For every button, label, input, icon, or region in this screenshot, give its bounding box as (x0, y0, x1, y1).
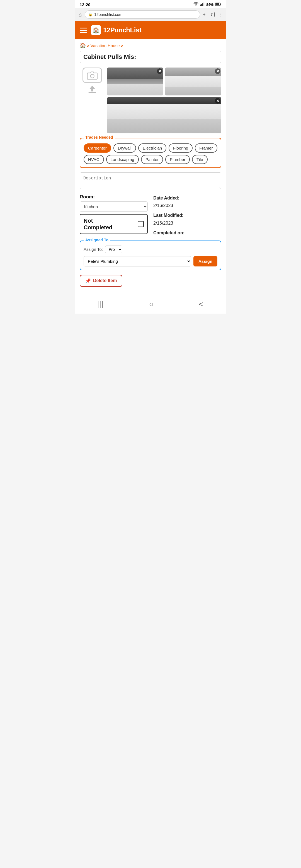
trades-label: Trades Needed (83, 135, 115, 140)
trade-badge-flooring[interactable]: Flooring (169, 144, 193, 153)
tab-count[interactable]: 7 (209, 12, 214, 17)
assign-button[interactable]: Assign (193, 256, 218, 267)
meta-row: Room: KitchenBathroomBedroomLiving RoomG… (80, 194, 221, 237)
trades-section: Trades Needed CarpenterDrywallElectricia… (80, 138, 221, 168)
more-icon[interactable]: ⋮ (218, 12, 223, 17)
app-header: 🏠 12PunchList (75, 21, 226, 39)
pin-icon: 📌 (85, 278, 91, 283)
photo-remove-3[interactable]: ✕ (215, 98, 221, 103)
svg-point-7 (90, 74, 94, 78)
trade-badge-hvac[interactable]: HVAC (83, 155, 104, 164)
breadcrumb-vacation-house[interactable]: Vacation House (91, 43, 120, 48)
date-added-row: Date Added: 2/16/2023 (153, 194, 221, 209)
url-text: 12punchlist.com (94, 12, 122, 17)
status-icons: 84% (193, 2, 221, 7)
trade-badge-electrician[interactable]: Electrician (138, 144, 166, 153)
browser-home-icon[interactable]: ⌂ (78, 11, 82, 18)
assign-to-text: Assign To: (83, 247, 103, 252)
photo-thumbnail-3 (107, 97, 221, 133)
assigned-to-label: Assigned To (83, 238, 110, 242)
trade-badge-tile[interactable]: Tile (192, 155, 208, 164)
last-modified-value: 2/16/2023 (153, 221, 173, 225)
svg-rect-1 (201, 4, 202, 6)
last-modified-row: Last Modified: 2/16/2023 (153, 212, 221, 226)
delete-item-button[interactable]: 📌 Delete Item (80, 275, 122, 287)
contractor-select[interactable]: Pete's Plumbing (83, 256, 191, 267)
trades-grid: CarpenterDrywallElectricianFlooringFrame… (83, 144, 218, 164)
logo-icon: 🏠 (91, 25, 101, 35)
svg-rect-6 (215, 3, 219, 5)
bottom-nav: ||| ○ < (75, 296, 226, 314)
item-title-input[interactable] (80, 51, 221, 63)
date-added-value: 2/16/2023 (153, 203, 173, 208)
photos-section: ✕ ✕ ✕ (80, 67, 221, 133)
breadcrumb: 🏠 > Vacation House > (80, 42, 221, 49)
breadcrumb-home-icon[interactable]: 🏠 (80, 42, 86, 49)
svg-rect-2 (202, 3, 203, 6)
completed-on-label: Completed on: (153, 230, 185, 235)
status-bar: 12:20 84% (75, 0, 226, 8)
trade-badge-carpenter[interactable]: Carpenter (83, 144, 111, 153)
lock-icon: 🔒 (88, 12, 93, 17)
url-bar[interactable]: 🔒 12punchlist.com (85, 10, 200, 19)
svg-rect-3 (203, 2, 204, 6)
plus-icon[interactable]: + (203, 12, 205, 17)
room-label: Room: (80, 194, 148, 200)
photo-remove-1[interactable]: ✕ (157, 68, 163, 74)
photo-item-2: ✕ (165, 67, 221, 95)
trade-badge-framer[interactable]: Framer (195, 144, 217, 153)
nav-menu-icon[interactable]: ||| (92, 299, 109, 310)
last-modified-label: Last Modified: (153, 213, 183, 218)
svg-rect-5 (221, 4, 221, 5)
svg-marker-8 (90, 86, 95, 92)
main-content: 🏠 > Vacation House > ✕ (75, 39, 226, 296)
assign-to-row: Assign To: ProDIY (83, 246, 218, 253)
trade-badge-drywall[interactable]: Drywall (113, 144, 136, 153)
trade-badge-plumber[interactable]: Plumber (165, 155, 190, 164)
hamburger-menu[interactable] (80, 28, 87, 33)
trade-badge-landscaping[interactable]: Landscaping (106, 155, 139, 164)
svg-rect-9 (89, 92, 96, 93)
room-section: Room: KitchenBathroomBedroomLiving RoomG… (80, 194, 148, 234)
completed-on-row: Completed on: (153, 229, 221, 237)
delete-item-label: Delete Item (93, 278, 117, 283)
breadcrumb-sep2: > (121, 43, 124, 48)
status-checkbox[interactable] (138, 221, 144, 227)
photo-thumbnail-1 (107, 67, 163, 95)
status-text: NotCompleted (83, 217, 112, 231)
photo-item-3: ✕ (107, 97, 221, 133)
trade-badge-painter[interactable]: Painter (141, 155, 163, 164)
browser-actions: + 7 ⋮ (203, 12, 223, 17)
assigned-section: Assigned To Assign To: ProDIY Pete's Plu… (80, 241, 221, 270)
battery-icon (215, 2, 221, 7)
nav-home-icon[interactable]: ○ (143, 299, 159, 310)
date-added-label: Date Added: (153, 195, 179, 200)
battery-display: 84% (206, 2, 213, 7)
room-select[interactable]: KitchenBathroomBedroomLiving RoomGarage (80, 202, 148, 212)
camera-icon (82, 67, 102, 83)
signal-icon (200, 2, 205, 7)
wifi-icon (193, 2, 198, 7)
photo-upload-button[interactable] (80, 67, 105, 93)
browser-bar: ⌂ 🔒 12punchlist.com + 7 ⋮ (75, 8, 226, 21)
logo-text: 12PunchList (103, 26, 141, 34)
upload-arrow-icon (88, 85, 97, 93)
photo-grid: ✕ ✕ ✕ (107, 67, 221, 133)
photo-thumbnail-2 (165, 67, 221, 95)
nav-back-icon[interactable]: < (193, 299, 208, 310)
time-display: 12:20 (80, 2, 90, 7)
svg-rect-0 (200, 5, 201, 6)
app-logo: 🏠 12PunchList (91, 25, 141, 35)
status-box: NotCompleted (80, 214, 148, 234)
photo-remove-2[interactable]: ✕ (215, 68, 221, 74)
assign-bottom-row: Pete's Plumbing Assign (83, 256, 218, 267)
description-input[interactable] (80, 173, 221, 189)
dates-section: Date Added: 2/16/2023 Last Modified: 2/1… (153, 194, 221, 237)
photo-item-1: ✕ (107, 67, 163, 95)
breadcrumb-sep1: > (87, 43, 90, 48)
assign-to-select[interactable]: ProDIY (105, 246, 122, 253)
